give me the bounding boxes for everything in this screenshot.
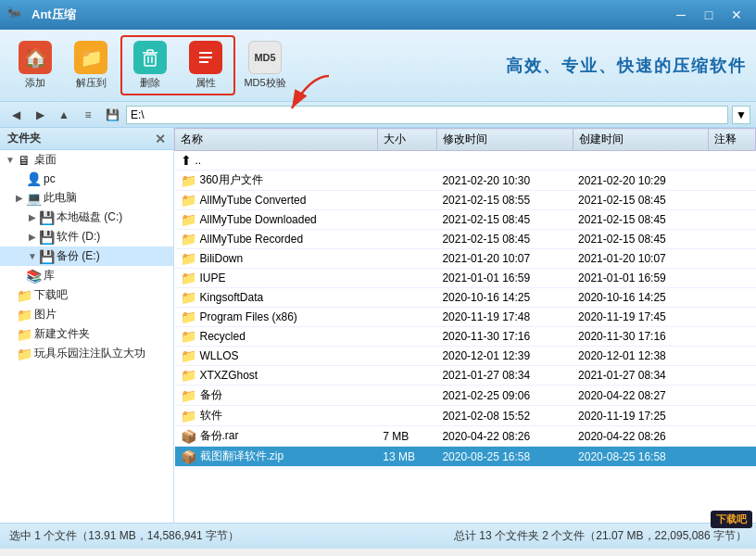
- sidebar-item-d[interactable]: ▶ 💾 软件 (D:): [0, 227, 173, 246]
- props-button[interactable]: 属性: [180, 37, 232, 94]
- file-comment: [709, 327, 756, 347]
- extract-button[interactable]: 📁 解压到: [65, 35, 117, 95]
- minimize-button[interactable]: ─: [669, 6, 693, 24]
- sidebar-header: 文件夹 ✕: [0, 128, 173, 150]
- file-area[interactable]: 名称 大小 修改时间 创建时间 注释 ⬆ .. 📁 360用户文件 2021-0…: [174, 128, 756, 523]
- file-name[interactable]: 📦 截图翻译软件.zip: [175, 447, 378, 467]
- disk-d-icon: 💾: [39, 230, 54, 245]
- sidebar-item-pictures[interactable]: 📁 图片: [0, 305, 173, 324]
- file-name[interactable]: 📁 AllMyTube Downloaded: [175, 210, 378, 230]
- file-name[interactable]: 📦 备份.rar: [175, 426, 378, 447]
- file-created: 2020-12-01 12:38: [573, 347, 709, 366]
- add-button[interactable]: 🏠 添加: [9, 35, 61, 95]
- sidebar-item-download[interactable]: 📁 下载吧: [0, 285, 173, 305]
- table-row[interactable]: 📁 XTXZGhost 2021-01-27 08:34 2021-01-27 …: [175, 366, 756, 385]
- table-row[interactable]: 📦 备份.rar 7 MB 2020-04-22 08:26 2020-04-2…: [175, 426, 756, 447]
- file-modified: 2020-11-19 17:48: [436, 308, 573, 327]
- file-name[interactable]: 📁 Program Files (x86): [175, 308, 378, 327]
- md5-label: MD5校验: [244, 76, 285, 90]
- file-comment: [709, 191, 756, 210]
- user-icon: 👤: [26, 171, 41, 186]
- file-size: [377, 347, 436, 366]
- table-row[interactable]: 📁 BiliDown 2021-01-20 10:07 2021-01-20 1…: [175, 249, 756, 269]
- sidebar-close-button[interactable]: ✕: [155, 132, 166, 146]
- computer-icon: 💻: [26, 191, 41, 206]
- address-dropdown[interactable]: ▼: [732, 106, 750, 124]
- table-row[interactable]: 📁 Recycled 2020-11-30 17:16 2020-11-30 1…: [175, 327, 756, 347]
- table-row[interactable]: 📁 AllMyTube Recorded 2021-02-15 08:45 20…: [175, 230, 756, 249]
- file-name[interactable]: 📁 360用户文件: [175, 171, 378, 191]
- file-created: 2021-01-01 16:59: [573, 269, 709, 288]
- file-modified: 2021-01-20 10:07: [436, 249, 573, 269]
- disk-e-icon: 💾: [39, 249, 54, 264]
- file-size: [377, 385, 436, 406]
- sidebar-item-c[interactable]: ▶ 💾 本地磁盘 (C:): [0, 208, 173, 227]
- file-name[interactable]: ⬆ ..: [175, 151, 378, 171]
- table-row[interactable]: ⬆ ..: [175, 151, 756, 171]
- file-modified: 2020-04-22 08:26: [436, 426, 573, 447]
- file-comment: [709, 230, 756, 249]
- app-title: Ant压缩: [32, 6, 669, 23]
- disk-c-icon: 💾: [39, 210, 54, 225]
- title-bar: 🐜 Ant压缩 ─ □ ✕: [0, 0, 756, 30]
- file-name[interactable]: 📁 WLLOS: [175, 347, 378, 366]
- file-modified: 2020-11-30 17:16: [436, 327, 573, 347]
- table-row[interactable]: 📁 备份 2021-02-25 09:06 2020-04-22 08:27: [175, 385, 756, 406]
- file-name[interactable]: 📁 备份: [175, 385, 378, 406]
- file-comment: [709, 171, 756, 191]
- maximize-button[interactable]: □: [697, 6, 721, 24]
- table-row[interactable]: 📁 软件 2021-02-08 15:52 2020-11-19 17:25: [175, 406, 756, 426]
- file-comment: [709, 366, 756, 385]
- file-size: [377, 269, 436, 288]
- table-row[interactable]: 📦 截图翻译软件.zip 13 MB 2020-08-25 16:58 2020…: [175, 447, 756, 467]
- file-name[interactable]: 📁 软件: [175, 406, 378, 426]
- sidebar-item-ku[interactable]: 📚 库: [0, 266, 173, 285]
- file-created: [573, 151, 709, 171]
- table-row[interactable]: 📁 360用户文件 2021-02-20 10:30 2021-02-20 10…: [175, 171, 756, 191]
- file-created: 2021-02-20 10:29: [573, 171, 709, 191]
- file-modified: 2021-02-15 08:45: [436, 210, 573, 230]
- sidebar-item-computer[interactable]: ▶ 💻 此电脑: [0, 188, 173, 208]
- table-row[interactable]: 📁 AllMyTube Downloaded 2021-02-15 08:45 …: [175, 210, 756, 230]
- table-row[interactable]: 📁 AllMyTube Converted 2021-02-15 08:55 2…: [175, 191, 756, 210]
- sidebar-item-desktop[interactable]: ▼ 🖥 桌面: [0, 150, 173, 170]
- file-name[interactable]: 📁 IUPE: [175, 269, 378, 288]
- nav-forward-button[interactable]: ▶: [30, 105, 50, 125]
- file-created: 2020-11-19 17:45: [573, 308, 709, 327]
- new-folder-icon: 📁: [17, 327, 32, 342]
- sidebar-item-newfolder[interactable]: 📁 新建文件夹: [0, 324, 173, 344]
- sidebar: 文件夹 ✕ ▼ 🖥 桌面 👤 pc ▶ 💻 此电脑 ▶ 💾 本地磁盘 (C:) …: [0, 128, 174, 523]
- col-name[interactable]: 名称: [175, 129, 378, 151]
- col-size[interactable]: 大小: [377, 129, 436, 151]
- delete-button[interactable]: 删除: [124, 37, 176, 94]
- file-size: 13 MB: [377, 447, 436, 467]
- file-comment: [709, 447, 756, 467]
- sidebar-item-pc[interactable]: 👤 pc: [0, 170, 173, 188]
- drive-icon-button[interactable]: 💾: [102, 105, 122, 125]
- file-name[interactable]: 📁 AllMyTube Converted: [175, 191, 378, 210]
- file-name[interactable]: 📁 BiliDown: [175, 249, 378, 269]
- col-created[interactable]: 创建时间: [573, 129, 709, 151]
- status-right: 总计 13 个文件夹 2 个文件（21.07 MB，22,095,086 字节）: [454, 528, 747, 544]
- md5-button[interactable]: MD5 MD5校验: [239, 35, 291, 95]
- file-name[interactable]: 📁 KingsoftData: [175, 288, 378, 308]
- address-bar: ◀ ▶ ▲ ≡ 💾 ▼: [0, 102, 756, 128]
- col-modified[interactable]: 修改时间: [436, 129, 573, 151]
- close-button[interactable]: ✕: [724, 6, 749, 24]
- address-input[interactable]: [126, 106, 728, 124]
- table-row[interactable]: 📁 IUPE 2021-01-01 16:59 2021-01-01 16:59: [175, 269, 756, 288]
- file-name[interactable]: 📁 AllMyTube Recorded: [175, 230, 378, 249]
- view-toggle-button[interactable]: ≡: [78, 105, 98, 125]
- table-row[interactable]: 📁 Program Files (x86) 2020-11-19 17:48 2…: [175, 308, 756, 327]
- desktop-icon: 🖥: [17, 153, 32, 168]
- file-name[interactable]: 📁 Recycled: [175, 327, 378, 347]
- table-row[interactable]: 📁 WLLOS 2020-12-01 12:39 2020-12-01 12:3…: [175, 347, 756, 366]
- sidebar-item-e[interactable]: ▼ 💾 备份 (E:): [0, 246, 173, 266]
- sidebar-item-toys[interactable]: 📁 玩具乐园注注队立大功: [0, 344, 173, 363]
- table-row[interactable]: 📁 KingsoftData 2020-10-16 14:25 2020-10-…: [175, 288, 756, 308]
- nav-up-button[interactable]: ▲: [54, 105, 74, 125]
- nav-back-button[interactable]: ◀: [6, 105, 26, 125]
- col-comment[interactable]: 注释: [709, 129, 756, 151]
- file-name[interactable]: 📁 XTXZGhost: [175, 366, 378, 385]
- file-modified: 2021-01-01 16:59: [436, 269, 573, 288]
